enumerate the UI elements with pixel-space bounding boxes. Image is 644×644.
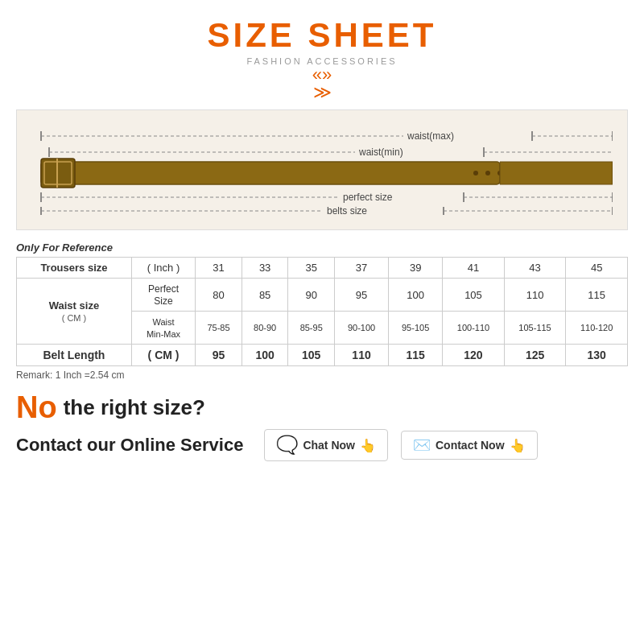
belt-length-35: 105: [288, 345, 335, 366]
minmax-39: 95-105: [389, 312, 443, 345]
no-size-row: No the right size?: [16, 392, 628, 423]
belt-length-31: 95: [196, 345, 242, 366]
chat-icon: 🗨️: [276, 435, 298, 456]
svg-marker-20: [500, 162, 613, 184]
table-header-41: 41: [443, 258, 505, 279]
bottom-section: No the right size? Contact our Online Se…: [16, 392, 628, 461]
belt-length-label: Belt Length: [17, 345, 132, 366]
svg-point-16: [485, 171, 490, 175]
contact-label: Contact our Online Service: [16, 435, 243, 456]
page-container: SIZE SHEET FASHION ACCESSORIES «»≫ waist…: [0, 0, 644, 644]
table-header-39: 39: [389, 258, 443, 279]
belt-length-45: 130: [566, 345, 628, 366]
perfect-size-label: PerfectSize: [131, 279, 195, 312]
contact-row: Contact our Online Service 🗨️ Chat Now 👆…: [16, 429, 628, 461]
minmax-43: 105-115: [504, 312, 566, 345]
svg-rect-11: [41, 162, 500, 184]
svg-text:belts size: belts size: [327, 205, 367, 217]
chevron-icon: «»≫: [207, 66, 436, 101]
belt-length-43: 125: [504, 345, 566, 366]
perfect-39: 100: [389, 279, 443, 312]
hand-icon-contact: 👆: [510, 438, 526, 453]
belt-length-41: 120: [443, 345, 505, 366]
svg-text:waist(max): waist(max): [407, 130, 454, 142]
perfect-31: 80: [196, 279, 242, 312]
table-header-31: 31: [196, 258, 242, 279]
belt-length-33: 100: [242, 345, 288, 366]
minmax-31: 75-85: [196, 312, 242, 345]
chat-btn-label: Chat Now: [303, 439, 355, 452]
belt-diagram: waist(max) waist(min): [16, 109, 628, 230]
table-header-45: 45: [566, 258, 628, 279]
minmax-41: 100-110: [443, 312, 505, 345]
svg-text:waist(min): waist(min): [358, 147, 403, 158]
minmax-label: WaistMin-Max: [131, 312, 195, 345]
no-text: No: [16, 392, 57, 423]
perfect-45: 115: [566, 279, 628, 312]
perfect-43: 110: [504, 279, 566, 312]
main-title: SIZE SHEET: [207, 16, 436, 55]
belt-length-unit: ( CM ): [131, 345, 195, 366]
contact-now-button[interactable]: ✉️ Contact Now 👆: [401, 431, 538, 460]
perfect-37: 95: [335, 279, 389, 312]
table-header-43: 43: [504, 258, 566, 279]
reference-note: Only For Reference: [16, 242, 628, 254]
minmax-33: 80-90: [242, 312, 288, 345]
table-row-belt-length: Belt Length ( CM ) 95 100 105 110 115 12…: [17, 345, 628, 366]
perfect-41: 105: [443, 279, 505, 312]
table-row-perfect: Waist size( CM ) PerfectSize 80 85 90 95…: [17, 279, 628, 312]
svg-point-15: [473, 171, 478, 175]
table-header-35: 35: [288, 258, 335, 279]
contact-btn-label: Contact Now: [436, 439, 505, 452]
minmax-35: 85-95: [288, 312, 335, 345]
table-header-inch: ( Inch ): [131, 258, 195, 279]
remark: Remark: 1 Inch =2.54 cm: [16, 369, 628, 381]
table-header-trousers: Trousers size: [17, 258, 132, 279]
table-header-33: 33: [242, 258, 288, 279]
minmax-37: 90-100: [335, 312, 389, 345]
belt-length-39: 115: [389, 345, 443, 366]
waist-size-label: Waist size( CM ): [17, 279, 132, 345]
perfect-35: 90: [288, 279, 335, 312]
belt-diagram-svg: waist(max) waist(min): [33, 120, 613, 217]
no-size-label: the right size?: [64, 395, 205, 420]
chat-now-button[interactable]: 🗨️ Chat Now 👆: [264, 429, 388, 461]
hand-icon-chat: 👆: [360, 438, 376, 453]
size-table: Trousers size ( Inch ) 31 33 35 37 39 41…: [16, 257, 628, 366]
perfect-33: 85: [242, 279, 288, 312]
minmax-45: 110-120: [566, 312, 628, 345]
svg-text:perfect size: perfect size: [343, 192, 393, 203]
belt-length-37: 110: [335, 345, 389, 366]
table-header-37: 37: [335, 258, 389, 279]
title-section: SIZE SHEET FASHION ACCESSORIES «»≫: [207, 16, 436, 101]
mail-icon: ✉️: [413, 436, 431, 454]
